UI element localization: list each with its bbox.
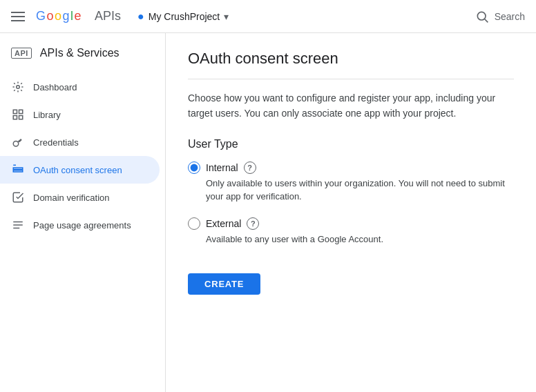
api-badge: API bbox=[11, 48, 32, 59]
internal-description: Only available to users within your orga… bbox=[206, 177, 514, 204]
external-option: External ? Available to any user with a … bbox=[188, 217, 514, 246]
internal-radio[interactable] bbox=[188, 161, 200, 174]
svg-line-1 bbox=[484, 19, 488, 22]
svg-rect-5 bbox=[13, 116, 17, 119]
svg-rect-10 bbox=[13, 170, 23, 172]
library-icon bbox=[11, 108, 25, 121]
external-radio[interactable] bbox=[188, 217, 200, 230]
dashboard-icon bbox=[11, 80, 25, 94]
svg-rect-6 bbox=[19, 116, 23, 119]
sidebar-item-oauth[interactable]: OAuth consent screen bbox=[0, 156, 160, 184]
search-label: Search bbox=[495, 11, 525, 22]
search-icon bbox=[475, 10, 489, 23]
sidebar-item-credentials[interactable]: Credentials bbox=[0, 128, 160, 156]
description-text: Choose how you want to configure and reg… bbox=[188, 90, 514, 121]
domain-icon bbox=[11, 190, 25, 204]
external-help-icon[interactable]: ? bbox=[247, 217, 259, 230]
oauth-icon bbox=[11, 163, 25, 177]
svg-rect-9 bbox=[13, 168, 23, 169]
project-icon: ● bbox=[137, 10, 144, 23]
internal-label: Internal bbox=[206, 162, 238, 173]
menu-icon[interactable] bbox=[11, 12, 25, 21]
search-area[interactable]: Search bbox=[475, 10, 525, 23]
internal-option: Internal ? Only available to users withi… bbox=[188, 161, 514, 204]
project-selector[interactable]: ● My CrushProject bbox=[132, 8, 234, 26]
apis-text: APIs bbox=[95, 9, 121, 23]
page-usage-icon bbox=[11, 218, 25, 232]
user-type-section: User Type Internal ? Only available to u… bbox=[188, 138, 514, 252]
svg-rect-4 bbox=[19, 110, 23, 113]
app-layout: API APIs & Services Dashboard bbox=[0, 33, 536, 392]
sidebar-title: APIs & Services bbox=[40, 47, 119, 59]
sidebar: API APIs & Services Dashboard bbox=[0, 33, 166, 392]
svg-point-2 bbox=[17, 86, 20, 89]
page-title: OAuth consent screen bbox=[188, 50, 514, 79]
svg-rect-3 bbox=[13, 110, 17, 113]
sidebar-item-label: Page usage agreements bbox=[33, 220, 131, 231]
sidebar-nav: Dashboard Library bbox=[0, 73, 165, 239]
sidebar-item-label: Credentials bbox=[33, 137, 79, 148]
sidebar-item-label: OAuth consent screen bbox=[33, 165, 122, 175]
external-label: External bbox=[206, 218, 241, 229]
sidebar-item-dashboard[interactable]: Dashboard bbox=[0, 73, 160, 101]
user-type-options: Internal ? Only available to users withi… bbox=[188, 161, 514, 252]
sidebar-item-label: Dashboard bbox=[33, 82, 77, 92]
sidebar-item-label: Domain verification bbox=[33, 193, 110, 203]
create-button[interactable]: CREATE bbox=[188, 273, 260, 295]
internal-help-icon[interactable]: ? bbox=[244, 161, 256, 174]
credentials-icon bbox=[11, 135, 25, 149]
sidebar-item-label: Library bbox=[33, 110, 61, 120]
project-name: My CrushProject bbox=[149, 11, 220, 22]
google-logo: Google bbox=[36, 9, 81, 23]
main-content: OAuth consent screen Choose how you want… bbox=[166, 33, 536, 392]
sidebar-header: API APIs & Services bbox=[0, 39, 165, 68]
chevron-down-icon bbox=[224, 11, 229, 22]
app-header: Google APIs ● My CrushProject Search bbox=[0, 0, 536, 33]
sidebar-item-domain[interactable]: Domain verification bbox=[0, 184, 160, 211]
svg-point-0 bbox=[477, 12, 486, 20]
section-title: User Type bbox=[188, 138, 514, 150]
sidebar-item-page-usage[interactable]: Page usage agreements bbox=[0, 211, 160, 239]
sidebar-item-library[interactable]: Library bbox=[0, 101, 160, 128]
external-description: Available to any user with a Google Acco… bbox=[206, 233, 514, 246]
